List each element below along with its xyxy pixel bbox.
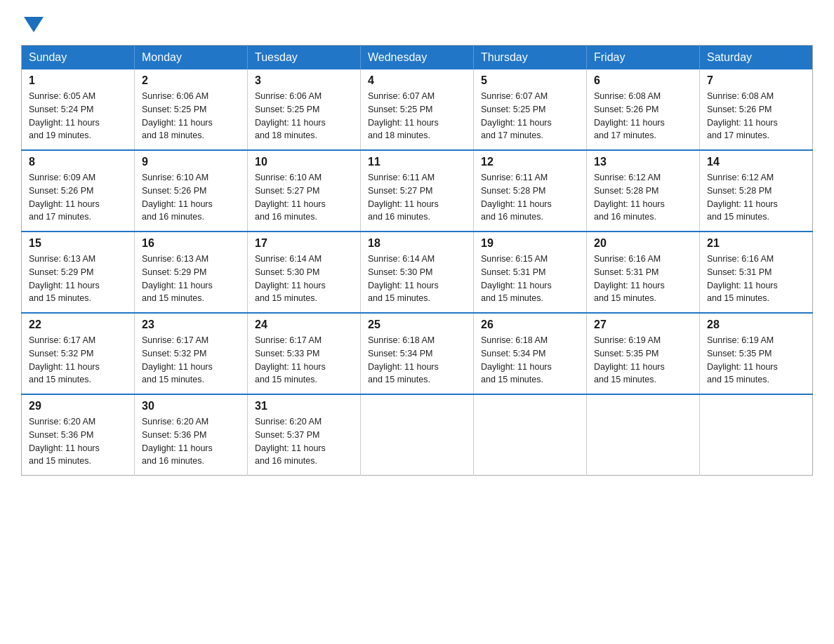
day-number: 2	[142, 74, 240, 87]
day-info: Sunrise: 6:13 AMSunset: 5:29 PMDaylight:…	[29, 253, 127, 305]
day-number: 1	[29, 74, 127, 87]
day-number: 23	[142, 318, 240, 331]
day-info: Sunrise: 6:06 AMSunset: 5:25 PMDaylight:…	[255, 90, 353, 142]
calendar-cell: 31Sunrise: 6:20 AMSunset: 5:37 PMDayligh…	[248, 394, 361, 476]
header-monday: Monday	[135, 46, 248, 70]
day-info: Sunrise: 6:17 AMSunset: 5:33 PMDaylight:…	[255, 334, 353, 387]
day-info: Sunrise: 6:12 AMSunset: 5:28 PMDaylight:…	[707, 171, 805, 224]
calendar-cell: 13Sunrise: 6:12 AMSunset: 5:28 PMDayligh…	[587, 150, 700, 232]
day-info: Sunrise: 6:13 AMSunset: 5:29 PMDaylight:…	[142, 253, 240, 305]
calendar-cell: 6Sunrise: 6:08 AMSunset: 5:26 PMDaylight…	[587, 69, 700, 150]
calendar-cell	[474, 394, 587, 476]
day-info: Sunrise: 6:10 AMSunset: 5:27 PMDaylight:…	[255, 171, 353, 224]
calendar-cell: 19Sunrise: 6:15 AMSunset: 5:31 PMDayligh…	[474, 232, 587, 313]
day-info: Sunrise: 6:07 AMSunset: 5:25 PMDaylight:…	[368, 90, 466, 142]
calendar-cell: 5Sunrise: 6:07 AMSunset: 5:25 PMDaylight…	[474, 69, 587, 150]
day-number: 10	[255, 156, 353, 168]
calendar-cell	[700, 394, 813, 476]
day-info: Sunrise: 6:20 AMSunset: 5:36 PMDaylight:…	[29, 415, 127, 468]
header-thursday: Thursday	[474, 46, 587, 70]
day-number: 16	[142, 237, 240, 250]
calendar-cell: 27Sunrise: 6:19 AMSunset: 5:35 PMDayligh…	[587, 313, 700, 394]
day-number: 7	[707, 74, 805, 87]
day-number: 30	[142, 400, 240, 412]
calendar-cell: 29Sunrise: 6:20 AMSunset: 5:36 PMDayligh…	[22, 394, 135, 476]
calendar-cell: 16Sunrise: 6:13 AMSunset: 5:29 PMDayligh…	[135, 232, 248, 313]
day-info: Sunrise: 6:18 AMSunset: 5:34 PMDaylight:…	[368, 334, 466, 387]
day-number: 13	[594, 156, 692, 168]
calendar-cell: 1Sunrise: 6:05 AMSunset: 5:24 PMDaylight…	[22, 69, 135, 150]
day-number: 11	[368, 156, 466, 168]
calendar-cell: 14Sunrise: 6:12 AMSunset: 5:28 PMDayligh…	[700, 150, 813, 232]
day-number: 4	[368, 74, 466, 87]
calendar-cell: 2Sunrise: 6:06 AMSunset: 5:25 PMDaylight…	[135, 69, 248, 150]
day-info: Sunrise: 6:18 AMSunset: 5:34 PMDaylight:…	[481, 334, 579, 387]
day-number: 21	[707, 237, 805, 250]
calendar-cell: 3Sunrise: 6:06 AMSunset: 5:25 PMDaylight…	[248, 69, 361, 150]
day-info: Sunrise: 6:11 AMSunset: 5:28 PMDaylight:…	[481, 171, 579, 224]
calendar-cell: 21Sunrise: 6:16 AMSunset: 5:31 PMDayligh…	[700, 232, 813, 313]
calendar-cell: 11Sunrise: 6:11 AMSunset: 5:27 PMDayligh…	[361, 150, 474, 232]
day-number: 9	[142, 156, 240, 168]
day-number: 29	[29, 400, 127, 412]
header-sunday: Sunday	[22, 46, 135, 70]
day-info: Sunrise: 6:19 AMSunset: 5:35 PMDaylight:…	[707, 334, 805, 387]
calendar-cell: 30Sunrise: 6:20 AMSunset: 5:36 PMDayligh…	[135, 394, 248, 476]
calendar-cell: 23Sunrise: 6:17 AMSunset: 5:32 PMDayligh…	[135, 313, 248, 394]
calendar-week-row: 1Sunrise: 6:05 AMSunset: 5:24 PMDaylight…	[22, 69, 813, 150]
day-number: 12	[481, 156, 579, 168]
day-number: 25	[368, 318, 466, 331]
day-number: 28	[707, 318, 805, 331]
calendar-cell: 28Sunrise: 6:19 AMSunset: 5:35 PMDayligh…	[700, 313, 813, 394]
day-number: 19	[481, 237, 579, 250]
day-info: Sunrise: 6:17 AMSunset: 5:32 PMDaylight:…	[29, 334, 127, 387]
day-number: 31	[255, 400, 353, 412]
day-number: 18	[368, 237, 466, 250]
calendar-week-row: 29Sunrise: 6:20 AMSunset: 5:36 PMDayligh…	[22, 394, 813, 476]
calendar-cell: 9Sunrise: 6:10 AMSunset: 5:26 PMDaylight…	[135, 150, 248, 232]
day-info: Sunrise: 6:09 AMSunset: 5:26 PMDaylight:…	[29, 171, 127, 224]
day-info: Sunrise: 6:16 AMSunset: 5:31 PMDaylight:…	[707, 253, 805, 305]
calendar-week-row: 8Sunrise: 6:09 AMSunset: 5:26 PMDaylight…	[22, 150, 813, 232]
day-info: Sunrise: 6:08 AMSunset: 5:26 PMDaylight:…	[594, 90, 692, 142]
day-number: 17	[255, 237, 353, 250]
calendar-cell: 15Sunrise: 6:13 AMSunset: 5:29 PMDayligh…	[22, 232, 135, 313]
day-info: Sunrise: 6:14 AMSunset: 5:30 PMDaylight:…	[255, 253, 353, 305]
day-number: 22	[29, 318, 127, 331]
calendar-header-row: SundayMondayTuesdayWednesdayThursdayFrid…	[22, 46, 813, 70]
day-info: Sunrise: 6:17 AMSunset: 5:32 PMDaylight:…	[142, 334, 240, 387]
calendar-cell: 22Sunrise: 6:17 AMSunset: 5:32 PMDayligh…	[22, 313, 135, 394]
day-number: 6	[594, 74, 692, 87]
calendar-cell: 12Sunrise: 6:11 AMSunset: 5:28 PMDayligh…	[474, 150, 587, 232]
day-number: 5	[481, 74, 579, 87]
day-number: 8	[29, 156, 127, 168]
header-tuesday: Tuesday	[248, 46, 361, 70]
calendar-cell: 4Sunrise: 6:07 AMSunset: 5:25 PMDaylight…	[361, 69, 474, 150]
day-info: Sunrise: 6:06 AMSunset: 5:25 PMDaylight:…	[142, 90, 240, 142]
calendar-cell: 20Sunrise: 6:16 AMSunset: 5:31 PMDayligh…	[587, 232, 700, 313]
calendar-cell	[587, 394, 700, 476]
day-info: Sunrise: 6:12 AMSunset: 5:28 PMDaylight:…	[594, 171, 692, 224]
day-info: Sunrise: 6:15 AMSunset: 5:31 PMDaylight:…	[481, 253, 579, 305]
calendar-cell: 10Sunrise: 6:10 AMSunset: 5:27 PMDayligh…	[248, 150, 361, 232]
day-number: 3	[255, 74, 353, 87]
day-number: 14	[707, 156, 805, 168]
calendar-cell: 17Sunrise: 6:14 AMSunset: 5:30 PMDayligh…	[248, 232, 361, 313]
calendar-table: SundayMondayTuesdayWednesdayThursdayFrid…	[21, 45, 813, 476]
day-info: Sunrise: 6:10 AMSunset: 5:26 PMDaylight:…	[142, 171, 240, 224]
day-info: Sunrise: 6:07 AMSunset: 5:25 PMDaylight:…	[481, 90, 579, 142]
calendar-week-row: 15Sunrise: 6:13 AMSunset: 5:29 PMDayligh…	[22, 232, 813, 313]
day-info: Sunrise: 6:14 AMSunset: 5:30 PMDaylight:…	[368, 253, 466, 305]
calendar-cell: 24Sunrise: 6:17 AMSunset: 5:33 PMDayligh…	[248, 313, 361, 394]
calendar-week-row: 22Sunrise: 6:17 AMSunset: 5:32 PMDayligh…	[22, 313, 813, 394]
page-header	[21, 14, 813, 32]
calendar-cell: 7Sunrise: 6:08 AMSunset: 5:26 PMDaylight…	[700, 69, 813, 150]
calendar-cell: 18Sunrise: 6:14 AMSunset: 5:30 PMDayligh…	[361, 232, 474, 313]
calendar-cell: 26Sunrise: 6:18 AMSunset: 5:34 PMDayligh…	[474, 313, 587, 394]
day-info: Sunrise: 6:20 AMSunset: 5:37 PMDaylight:…	[255, 415, 353, 468]
day-number: 20	[594, 237, 692, 250]
header-wednesday: Wednesday	[361, 46, 474, 70]
day-number: 26	[481, 318, 579, 331]
day-number: 15	[29, 237, 127, 250]
calendar-cell: 8Sunrise: 6:09 AMSunset: 5:26 PMDaylight…	[22, 150, 135, 232]
